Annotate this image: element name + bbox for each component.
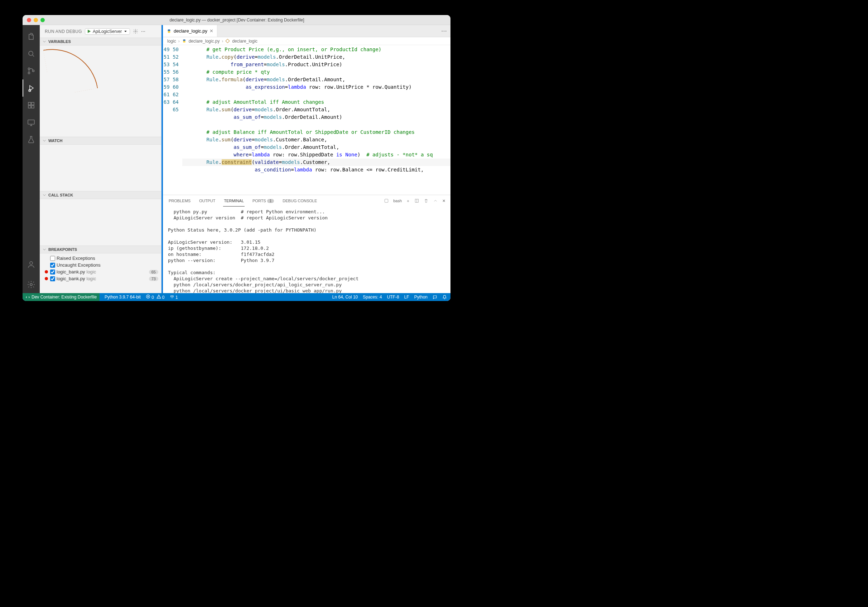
run-debug-icon[interactable] <box>23 79 40 97</box>
vscode-window: declare_logic.py — docker_project [Dev C… <box>23 15 451 301</box>
breadcrumb[interactable]: logic › declare_logic.py › declare_logic <box>163 37 451 45</box>
svg-rect-14 <box>168 31 170 33</box>
feedback-icon[interactable] <box>432 295 437 300</box>
activity-bar <box>23 25 40 293</box>
watch-section <box>40 145 161 191</box>
panel-actions: bash ＋ ✕ <box>384 198 445 204</box>
svg-rect-6 <box>28 105 31 108</box>
breakpoint-dot-icon <box>45 270 48 273</box>
language-mode[interactable]: Python <box>414 294 428 300</box>
raised-checkbox[interactable] <box>50 256 55 261</box>
editor-column: declare_logic.py ✕ ⋯ logic › declare_log… <box>161 25 451 293</box>
callstack-section <box>40 199 161 246</box>
watch-label: WATCH <box>48 138 63 143</box>
notifications-icon[interactable] <box>442 295 447 300</box>
remote-indicator[interactable]: Dev Container: Existing Dockerfile <box>23 293 99 301</box>
accounts-icon[interactable] <box>23 256 40 273</box>
terminal-output[interactable]: python py.py # report Python environment… <box>163 206 451 293</box>
cursor-position[interactable]: Ln 64, Col 10 <box>332 294 358 300</box>
more-tab-actions-icon[interactable]: ⋯ <box>441 28 447 34</box>
traffic-lights <box>23 18 45 22</box>
problems-status[interactable]: 0 0 <box>146 294 165 300</box>
minimize-window-button[interactable] <box>34 18 38 22</box>
remote-label: Dev Container: Existing Dockerfile <box>31 294 97 300</box>
source-control-icon[interactable] <box>23 62 40 79</box>
warning-count: 0 <box>162 295 165 300</box>
variables-label: VARIABLES <box>48 39 71 44</box>
editor-tab[interactable]: declare_logic.py ✕ <box>163 25 217 37</box>
shell-name[interactable]: bash <box>393 199 402 203</box>
python-file-icon <box>166 29 172 34</box>
breakpoint-item[interactable]: logic_bank.py logic 65 <box>40 268 161 275</box>
testing-icon[interactable] <box>23 131 40 148</box>
breakpoints-label: BREAKPOINTS <box>48 247 77 252</box>
close-window-button[interactable] <box>27 18 31 22</box>
sidebar: RUN AND DEBUG ApiLogicServer ⋯ VARIABLES… <box>40 25 161 293</box>
zoom-window-button[interactable] <box>40 18 45 22</box>
body: RUN AND DEBUG ApiLogicServer ⋯ VARIABLES… <box>23 25 451 293</box>
svg-rect-19 <box>384 199 388 202</box>
svg-point-1 <box>28 68 30 70</box>
svg-rect-18 <box>226 39 230 43</box>
code-content[interactable]: # get Product Price (e,g., on insert, or… <box>182 45 451 195</box>
breakpoints-section-header[interactable]: BREAKPOINTS <box>40 246 161 253</box>
tab-output[interactable]: OUTPUT <box>198 195 216 206</box>
uncaught-checkbox[interactable] <box>50 263 55 268</box>
indentation[interactable]: Spaces: 4 <box>363 294 382 300</box>
breakpoint-checkbox[interactable] <box>50 276 55 281</box>
more-actions-icon[interactable]: ⋯ <box>141 29 146 34</box>
breakpoint-uncaught-exceptions[interactable]: Uncaught Exceptions <box>40 262 161 268</box>
chevron-down-icon <box>42 247 47 252</box>
remote-explorer-icon[interactable] <box>23 114 40 131</box>
breakpoint-raised-exceptions[interactable]: Raised Exceptions <box>40 255 161 262</box>
play-icon <box>87 29 91 34</box>
explorer-icon[interactable] <box>23 28 40 45</box>
svg-point-3 <box>33 70 34 72</box>
extensions-icon[interactable] <box>23 97 40 114</box>
python-interpreter[interactable]: Python 3.9.7 64-bit <box>105 294 141 300</box>
chevron-down-icon <box>123 29 128 34</box>
tab-problems[interactable]: PROBLEMS <box>168 195 191 206</box>
kill-terminal-icon[interactable] <box>424 198 429 203</box>
breakpoint-checkbox[interactable] <box>50 269 55 274</box>
ports-forwarded[interactable]: 1 <box>170 294 178 300</box>
python-file-icon <box>182 39 186 43</box>
uncaught-label: Uncaught Exceptions <box>57 262 101 268</box>
tab-debug-console[interactable]: DEBUG CONSOLE <box>282 195 318 206</box>
tab-ports[interactable]: PORTS 1 <box>252 195 274 206</box>
breakpoint-item[interactable]: logic_bank.py logic 73 <box>40 275 161 282</box>
launch-config-selector[interactable]: ApiLogicServer <box>85 28 130 35</box>
status-bar: Dev Container: Existing Dockerfile Pytho… <box>23 293 451 301</box>
svg-rect-13 <box>168 29 170 31</box>
tab-filename: declare_logic.py <box>174 28 207 34</box>
configure-gear-icon[interactable] <box>133 29 138 34</box>
bottom-panel: PROBLEMS OUTPUT TERMINAL PORTS 1 DEBUG C… <box>163 195 451 293</box>
eol[interactable]: LF <box>404 294 409 300</box>
bp-file: logic_bank.py <box>57 269 85 274</box>
bp-line: 65 <box>149 270 158 274</box>
chevron-down-icon <box>42 138 47 143</box>
window-title: declare_logic.py — docker_project [Dev C… <box>45 17 451 23</box>
breakpoints-section: Raised Exceptions Uncaught Exceptions lo… <box>40 253 161 293</box>
split-terminal-icon[interactable] <box>414 198 419 203</box>
bp-scope: logic <box>87 269 96 274</box>
ports-badge: 1 <box>267 199 274 203</box>
close-panel-icon[interactable]: ✕ <box>442 199 445 203</box>
encoding[interactable]: UTF-8 <box>387 294 399 300</box>
breadcrumb-folder: logic <box>167 39 176 44</box>
close-tab-icon[interactable]: ✕ <box>209 28 214 34</box>
maximize-panel-icon[interactable] <box>433 198 438 203</box>
svg-rect-16 <box>183 39 186 41</box>
tab-terminal[interactable]: TERMINAL <box>223 195 245 206</box>
radio-tower-icon <box>170 294 174 299</box>
svg-point-2 <box>28 72 30 74</box>
new-terminal-icon[interactable]: ＋ <box>406 198 410 204</box>
settings-gear-icon[interactable] <box>23 276 40 293</box>
code-editor[interactable]: 49 50 51 52 53 54 55 56 57 58 59 60 61 6… <box>163 45 451 195</box>
svg-point-10 <box>30 262 33 265</box>
callstack-section-header[interactable]: CALL STACK <box>40 191 161 199</box>
search-icon[interactable] <box>23 45 40 62</box>
svg-rect-9 <box>28 120 34 124</box>
watch-section-header[interactable]: WATCH <box>40 137 161 145</box>
variables-section-header[interactable]: VARIABLES <box>40 37 161 45</box>
